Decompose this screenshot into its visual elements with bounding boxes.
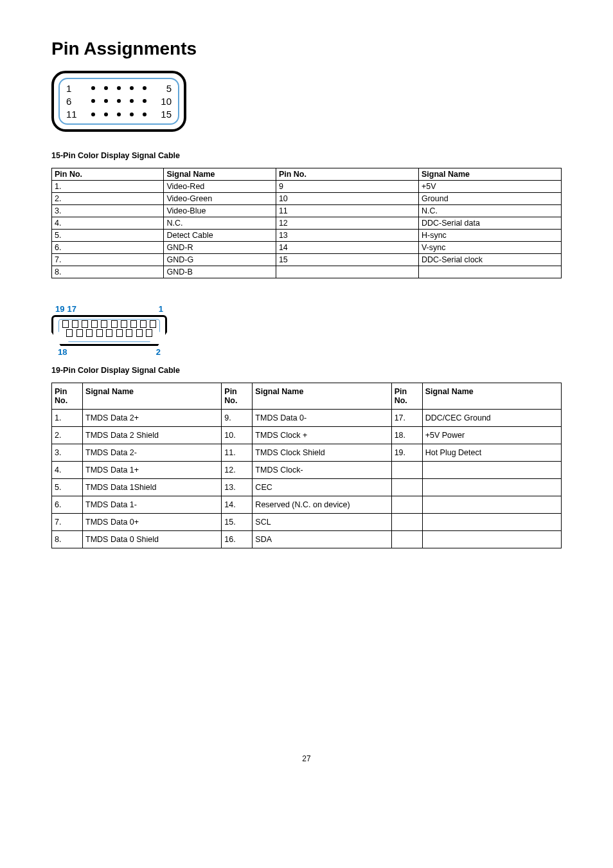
- table-row: 3.TMDS Data 2-11.TMDS Clock Shield19.Hot…: [52, 444, 562, 462]
- page-number: 27: [51, 754, 562, 763]
- table-cell: 11.: [222, 444, 253, 462]
- table-cell: 2.: [52, 427, 83, 444]
- table-cell: 9.: [222, 410, 253, 427]
- table-cell: Video-Green: [164, 193, 276, 205]
- table-header: Pin No.: [276, 168, 418, 181]
- table-cell: Video-Red: [164, 181, 276, 193]
- table-header-row: Pin No. Signal Name Pin No. Signal Name …: [52, 383, 562, 410]
- table-cell: 13.: [222, 479, 253, 496]
- table-cell: [391, 462, 422, 479]
- table-row: 5.Detect Cable13H-sync: [52, 230, 562, 242]
- table-cell: +5V: [418, 181, 561, 193]
- table-cell: TMDS Clock-: [253, 462, 391, 479]
- table-row: 1.Video-Red9+5V: [52, 181, 562, 193]
- table-cell: GND-B: [164, 266, 276, 278]
- table-cell: Video-Blue: [164, 205, 276, 217]
- table-header: Pin No.: [52, 168, 164, 181]
- table-cell: 7.: [52, 254, 164, 266]
- table-header: Signal Name: [83, 383, 222, 410]
- table-cell: Reserved (N.C. on device): [253, 496, 391, 514]
- table-cell: 7.: [52, 514, 83, 531]
- table-header: Signal Name: [418, 168, 561, 181]
- table-row: 7.TMDS Data 0+15.SCL: [52, 514, 562, 531]
- table-cell: 4.: [52, 462, 83, 479]
- table-cell: 8.: [52, 266, 164, 278]
- table-row: 3.Video-Blue11N.C.: [52, 205, 562, 217]
- table-cell: CEC: [253, 479, 391, 496]
- pin-label-6: 6: [66, 96, 79, 107]
- table-row: 8.TMDS Data 0 Shield16.SDA: [52, 531, 562, 548]
- table-cell: 12.: [222, 462, 253, 479]
- table-cell: 9: [276, 181, 418, 193]
- table-cell: TMDS Data 1-: [83, 496, 222, 514]
- connector-row-1: 1 5: [66, 83, 172, 94]
- table-cell: 14: [276, 242, 418, 254]
- table-cell: N.C.: [418, 205, 561, 217]
- table-cell: 2.: [52, 193, 164, 205]
- table-header: Pin No.: [391, 383, 422, 410]
- table-cell: TMDS Clock +: [253, 427, 391, 444]
- table-row: 5.TMDS Data 1Shield13.CEC: [52, 479, 562, 496]
- table-header-row: Pin No. Signal Name Pin No. Signal Name: [52, 168, 562, 181]
- table-cell: 1.: [52, 410, 83, 427]
- table-row: 2.TMDS Data 2 Shield10.TMDS Clock +18.+5…: [52, 427, 562, 444]
- table-cell: Detect Cable: [164, 230, 276, 242]
- table-cell: DDC-Serial clock: [418, 254, 561, 266]
- table-cell: TMDS Data 2 Shield: [83, 427, 222, 444]
- table-cell: [391, 531, 422, 548]
- table-cell: 6.: [52, 496, 83, 514]
- table-cell: 3.: [52, 444, 83, 462]
- connector-row-2: 6 10: [66, 96, 172, 107]
- table-cell: V-sync: [418, 242, 561, 254]
- table-row: 4.TMDS Data 1+12.TMDS Clock-: [52, 462, 562, 479]
- table-row: 7.GND-G15DDC-Serial clock: [52, 254, 562, 266]
- table-cell: N.C.: [164, 217, 276, 230]
- table-cell: 17.: [391, 410, 422, 427]
- vga-connector-diagram: 1 5 6 10 11 15: [51, 71, 186, 132]
- table-cell: 5.: [52, 479, 83, 496]
- table-row: 4.N.C.12DDC-Serial data: [52, 217, 562, 230]
- hdmi-pin-label-1: 1: [159, 304, 163, 314]
- pin-label-11: 11: [66, 109, 79, 120]
- table-cell: Hot Plug Detect: [422, 444, 561, 462]
- table-cell: 8.: [52, 531, 83, 548]
- table-row: 8.GND-B: [52, 266, 562, 278]
- table-cell: 16.: [222, 531, 253, 548]
- table-cell: 1.: [52, 181, 164, 193]
- pin-label-1: 1: [66, 83, 79, 94]
- table-cell: 18.: [391, 427, 422, 444]
- hdmi-pin-label-18: 18: [58, 347, 67, 357]
- section-label-19pin: 19-Pin Color Display Signal Cable: [51, 366, 562, 375]
- table-cell: DDC-Serial data: [418, 217, 561, 230]
- pinout-table-15pin: Pin No. Signal Name Pin No. Signal Name …: [51, 168, 562, 278]
- table-cell: [422, 462, 561, 479]
- table-cell: GND-R: [164, 242, 276, 254]
- table-header: Signal Name: [253, 383, 391, 410]
- table-cell: SDA: [253, 531, 391, 548]
- table-cell: TMDS Data 0+: [83, 514, 222, 531]
- table-cell: 15: [276, 254, 418, 266]
- table-cell: TMDS Data 1+: [83, 462, 222, 479]
- connector-row-3: 11 15: [66, 109, 172, 120]
- table-cell: 10.: [222, 427, 253, 444]
- table-cell: [422, 479, 561, 496]
- table-header: Signal Name: [422, 383, 561, 410]
- page-title: Pin Assignments: [51, 39, 562, 59]
- table-cell: +5V Power: [422, 427, 561, 444]
- section-label-15pin: 15-Pin Color Display Signal Cable: [51, 151, 562, 160]
- table-header: Signal Name: [164, 168, 276, 181]
- table-cell: TMDS Data 0 Shield: [83, 531, 222, 548]
- table-cell: GND-G: [164, 254, 276, 266]
- table-cell: DDC/CEC Ground: [422, 410, 561, 427]
- pin-label-15: 15: [159, 109, 172, 120]
- table-cell: [418, 266, 561, 278]
- table-cell: [276, 266, 418, 278]
- pin-label-10: 10: [159, 96, 172, 107]
- table-cell: 6.: [52, 242, 164, 254]
- table-cell: TMDS Data 0-: [253, 410, 391, 427]
- hdmi-pin-label-19: 19: [55, 304, 64, 314]
- table-cell: TMDS Clock Shield: [253, 444, 391, 462]
- table-cell: 14.: [222, 496, 253, 514]
- table-row: 1.TMDS Data 2+9.TMDS Data 0-17.DDC/CEC G…: [52, 410, 562, 427]
- table-cell: H-sync: [418, 230, 561, 242]
